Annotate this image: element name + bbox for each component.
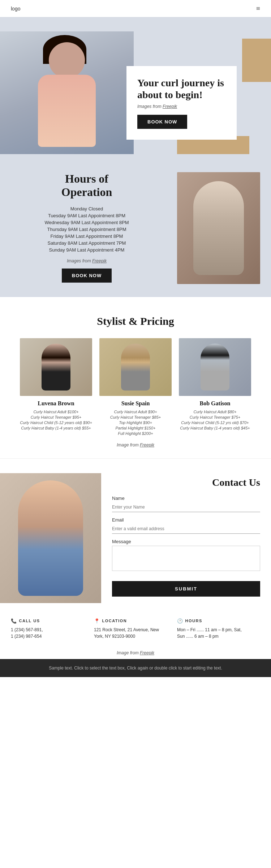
- contact-image-side: [0, 473, 101, 603]
- list-item: Curly Haircut Child (5-12 years old) $90…: [20, 420, 92, 425]
- barber-silhouette: [193, 181, 244, 275]
- hero-text-card: Your curl journey is about to begin! Ima…: [126, 66, 237, 140]
- head-decoration: [49, 42, 85, 78]
- stylist-1-name: Luvena Brown: [20, 400, 92, 407]
- stylist-image-1: [20, 338, 92, 396]
- phone-icon: 📞: [11, 618, 17, 624]
- hours-book-button[interactable]: BOOK NOW: [62, 269, 112, 283]
- list-item: Thursday 9AM Last Appointment 8PM: [11, 227, 163, 232]
- stylist-grid: Luvena Brown Curly Haircut Adult $100+ C…: [11, 338, 260, 437]
- hours-btn-wrap: BOOK NOW: [11, 269, 163, 283]
- barber-image: [177, 172, 260, 284]
- hero-image: [0, 31, 134, 154]
- contact-title: Contact Us: [112, 477, 260, 488]
- stylist-card-3: Bob Gatison Curly Haircut Adult $80+ Cur…: [179, 338, 251, 437]
- contact-form-side: Contact Us Name Email Message SUBMIT: [101, 473, 271, 607]
- hours-freepik-credit: Images from Freepik: [11, 258, 163, 263]
- stylist-card-1: Luvena Brown Curly Haircut Adult $100+ C…: [20, 338, 92, 437]
- list-item: Saturday 8AM Last Appointment 7PM: [11, 240, 163, 246]
- pricing-section: Stylist & Pricing Luvena Brown Curly Hai…: [0, 297, 271, 458]
- stylist-1-silhouette: [42, 344, 70, 391]
- list-item: Tuesday 9AM Last Appointment 8PM: [11, 213, 163, 218]
- info-bars: 📞 CALL US 1 (234) 567-891, 1 (234) 987-6…: [0, 611, 271, 647]
- hero-section: Your curl journey is about to begin! Ima…: [0, 17, 271, 154]
- email-field-group: Email: [112, 517, 260, 534]
- hours-info-content: Mon – Fri ...... 11 am – 8 pm, Sat, Sun …: [177, 627, 257, 640]
- stylist-3-name: Bob Gatison: [179, 400, 251, 407]
- message-input[interactable]: [112, 546, 260, 571]
- hours-info-title: 🕐 HOURS: [177, 618, 257, 624]
- pricing-title: Stylist & Pricing: [11, 315, 260, 327]
- list-item: Full Highlight $200+: [99, 431, 172, 436]
- list-item: Curly Haircut Teenager $85+: [99, 415, 172, 419]
- call-title: 📞 CALL US: [11, 618, 90, 624]
- info-bar-hours: 🕐 HOURS Mon – Fri ...... 11 am – 8 pm, S…: [177, 618, 260, 640]
- list-item: Curly Haircut Teenager $75+: [179, 415, 251, 419]
- hours-list: Monday Closed Tuesday 9AM Last Appointme…: [11, 206, 163, 253]
- hero-book-button[interactable]: BOOK NOW: [137, 115, 187, 129]
- site-header: logo ≡: [0, 0, 271, 17]
- email-input[interactable]: [112, 524, 260, 534]
- info-bar-location: 📍 LOCATION 121 Rock Street, 21 Avenue, N…: [94, 618, 177, 640]
- stylist-2-services: Curly Haircut Adult $90+ Curly Haircut T…: [99, 410, 172, 436]
- name-field-group: Name: [112, 496, 260, 512]
- pricing-freepik-link[interactable]: Freepik: [140, 442, 154, 448]
- hours-section: Hours of Operation Monday Closed Tuesday…: [0, 154, 271, 297]
- contact-inner: Contact Us Name Email Message SUBMIT: [0, 473, 271, 607]
- list-item: Curly Haircut Child (5-12 yrs old) $70+: [179, 420, 251, 425]
- name-input[interactable]: [112, 502, 260, 512]
- list-item: Sunday 9AM Last Appointment 4PM: [11, 247, 163, 253]
- contact-section: Contact Us Name Email Message SUBMIT 📞 C…: [0, 458, 271, 659]
- site-footer: Sample text. Click to select the text bo…: [0, 659, 271, 677]
- stylist-3-silhouette: [201, 344, 229, 391]
- hero-freepik-link[interactable]: Freepik: [163, 104, 177, 109]
- hours-inner: Hours of Operation Monday Closed Tuesday…: [0, 172, 271, 290]
- stylist-image-3: [179, 338, 251, 396]
- hero-image-bg: [0, 31, 134, 154]
- list-item: Monday Closed: [11, 206, 163, 211]
- list-item: Curly Haircut Baby (1-4 years old) $55+: [20, 426, 92, 430]
- message-label: Message: [112, 539, 260, 544]
- clock-icon: 🕐: [177, 618, 184, 624]
- list-item: Curly Haircut Adult $90+: [99, 410, 172, 414]
- call-content: 1 (234) 567-891, 1 (234) 987-654: [11, 627, 90, 640]
- stylist-1-services: Curly Haircut Adult $100+ Curly Haircut …: [20, 410, 92, 430]
- contact-person-silhouette: [18, 480, 83, 596]
- stylist-3-services: Curly Haircut Adult $80+ Curly Haircut T…: [179, 410, 251, 430]
- footer-text: Sample text. Click to select the text bo…: [49, 666, 222, 671]
- location-icon: 📍: [94, 618, 100, 624]
- list-item: Partial Highlight $150+: [99, 426, 172, 430]
- logo: logo: [11, 6, 20, 12]
- location-content: 121 Rock Street, 21 Avenue, New York, NY…: [94, 627, 173, 640]
- name-label: Name: [112, 496, 260, 501]
- submit-button[interactable]: SUBMIT: [112, 581, 260, 597]
- contact-freepik-link[interactable]: Freepik: [140, 650, 154, 655]
- list-item: Curly Haircut Teenager $95+: [20, 415, 92, 419]
- list-item: Curly Haircut Adult $100+: [20, 410, 92, 414]
- stylist-2-silhouette: [121, 344, 150, 391]
- contact-freepik-credit: Image from Freepik: [0, 647, 271, 659]
- list-item: Top Highlight $90+: [99, 420, 172, 425]
- list-item: Friday 9AM Last Appointment 8PM: [11, 234, 163, 239]
- stylist-image-2: [99, 338, 172, 396]
- list-item: Wednesday 9AM Last Appointment 8PM: [11, 220, 163, 225]
- accent-box-right: [242, 39, 271, 82]
- hours-title: Hours of Operation: [11, 172, 163, 199]
- hours-right: [177, 172, 260, 284]
- stylist-card-2: Susie Spain Curly Haircut Adult $90+ Cur…: [99, 338, 172, 437]
- pricing-freepik-credit: Image from Freepik: [11, 442, 260, 448]
- list-item: Curly Haircut Baby (1-4 years old) $45+: [179, 426, 251, 430]
- hours-freepik-link[interactable]: Freepik: [92, 258, 107, 263]
- contact-image: [0, 473, 101, 603]
- hamburger-icon[interactable]: ≡: [256, 4, 260, 13]
- stylist-2-name: Susie Spain: [99, 400, 172, 407]
- hero-freepik-credit: Images from Freepik: [137, 104, 224, 109]
- location-title: 📍 LOCATION: [94, 618, 173, 624]
- body-decoration: [38, 75, 96, 147]
- hours-left: Hours of Operation Monday Closed Tuesday…: [11, 172, 163, 290]
- email-label: Email: [112, 517, 260, 523]
- list-item: Curly Haircut Adult $80+: [179, 410, 251, 414]
- message-field-group: Message: [112, 539, 260, 572]
- info-bar-call: 📞 CALL US 1 (234) 567-891, 1 (234) 987-6…: [11, 618, 94, 640]
- hero-headline: Your curl journey is about to begin!: [137, 77, 224, 101]
